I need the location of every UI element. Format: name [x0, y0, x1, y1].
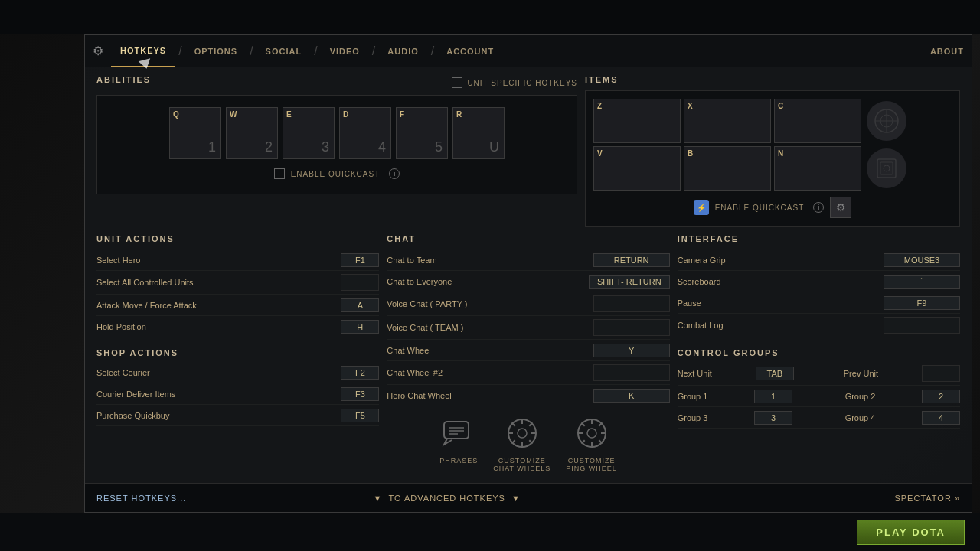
item-slot-z[interactable]: Z: [593, 99, 681, 143]
ability-slots: Q 1 W 2 E 3: [105, 107, 569, 159]
item-slot-c[interactable]: C: [774, 99, 861, 143]
bottom-section: UNIT ACTIONS Select Hero F1 Select All C…: [96, 234, 960, 472]
chat-column: CHAT Chat to Team RETURN Chat to Everyon…: [387, 234, 669, 472]
hotkey-key-chat-wheel-2[interactable]: [593, 364, 670, 381]
hotkey-key-chat-everyone[interactable]: SHIFT- RETURN: [589, 275, 670, 289]
hotkey-row-attack-move: Attack Move / Force Attack A: [96, 295, 379, 316]
svg-point-12: [518, 429, 527, 438]
hotkey-key-prev-unit[interactable]: [922, 365, 960, 382]
hotkey-key-chat-wheel[interactable]: Y: [593, 344, 670, 357]
hotkey-row-pause: Pause F9: [678, 292, 960, 314]
customize-chat-wheels-label: CUSTOMIZECHAT WHEELS: [493, 457, 550, 472]
nav-bar: ⚙ HOTKEYS / OPTIONS / SOCIAL / VIDEO / A…: [85, 35, 972, 67]
hotkey-key-hero-chat-wheel[interactable]: K: [593, 389, 670, 403]
items-title: ITEMS: [585, 75, 960, 84]
nav-item-options[interactable]: OPTIONS: [185, 35, 247, 67]
hotkey-key-group-1[interactable]: 1: [754, 390, 792, 403]
hotkey-row-chat-wheel: Chat Wheel Y: [387, 340, 669, 361]
nav-item-audio[interactable]: AUDIO: [378, 35, 427, 67]
hotkey-key-camera-grip[interactable]: MOUSE3: [884, 253, 960, 267]
ability-slot-w[interactable]: W 2: [226, 107, 278, 159]
hotkey-key-select-all[interactable]: [341, 274, 379, 291]
hotkey-row-scoreboard: Scoreboard `: [678, 271, 960, 292]
unit-specific-checkbox[interactable]: [452, 77, 462, 88]
shop-actions-title: SHOP ACTIONS: [96, 348, 379, 357]
hotkey-key-scoreboard[interactable]: `: [884, 275, 960, 289]
reset-hotkeys-button[interactable]: RESET HOTKEYS...: [96, 494, 186, 503]
hotkey-key-group-3[interactable]: 3: [754, 411, 792, 425]
nav-item-social[interactable]: SOCIAL: [256, 35, 312, 67]
abilities-title: ABILITIES: [96, 75, 151, 84]
item-slot-b[interactable]: B: [684, 146, 771, 191]
unit-actions-title: UNIT ACTIONS: [96, 234, 379, 243]
hotkey-key-next-unit[interactable]: TAB: [756, 367, 794, 380]
hotkey-key-select-courier[interactable]: F2: [341, 366, 379, 380]
control-group-row-1: Group 1 1 Group 2 2: [678, 386, 960, 407]
items-box: Z X C: [585, 90, 960, 227]
ability-slot-f[interactable]: F 5: [396, 107, 448, 159]
hotkey-key-group-2[interactable]: 2: [922, 390, 960, 403]
item-slot-icon-2: [864, 146, 952, 191]
ability-slot-r[interactable]: R U: [452, 107, 505, 159]
hotkey-row-hero-chat-wheel: Hero Chat Wheel K: [387, 385, 669, 406]
items-settings-button[interactable]: ⚙: [830, 197, 851, 218]
items-panel: ITEMS Z X C: [585, 75, 960, 227]
hotkey-key-hold-position[interactable]: H: [341, 320, 379, 334]
phrases-label: PHRASES: [439, 457, 478, 465]
interface-title: INTERFACE: [678, 234, 960, 243]
spectator-button[interactable]: SPECTATOR »: [894, 494, 960, 503]
item-slot-icon-1: [864, 99, 952, 143]
ability-slot-q[interactable]: Q 1: [169, 107, 221, 159]
ability-slot-d[interactable]: D 4: [339, 107, 391, 159]
item-slot-x[interactable]: X: [684, 99, 771, 143]
abilities-quickcast-info-icon: i: [389, 168, 400, 179]
item-icon-2: [867, 148, 906, 188]
customize-ping-wheel-button[interactable]: CUSTOMIZEPING WHEEL: [566, 414, 617, 472]
item-slot-n[interactable]: N: [774, 146, 861, 191]
hotkey-row-select-hero: Select Hero F1: [96, 249, 379, 271]
quickcast-lightning-icon: ⚡: [694, 200, 709, 215]
phrases-button[interactable]: PHRASES: [439, 414, 478, 472]
abilities-quickcast-checkbox[interactable]: [274, 168, 285, 179]
ability-slot-e[interactable]: E 3: [283, 107, 335, 159]
abilities-box: Q 1 W 2 E 3: [96, 95, 577, 194]
hotkey-key-voice-party[interactable]: [593, 295, 670, 312]
hotkey-key-voice-team[interactable]: [593, 319, 670, 336]
items-quickcast-row: ⚡ ENABLE QUICKCAST i ⚙: [593, 197, 952, 218]
hotkey-row-select-all: Select All Controlled Units: [96, 271, 379, 295]
items-quickcast-info-icon: i: [813, 202, 824, 213]
hotkey-key-pause[interactable]: F9: [884, 296, 960, 310]
hotkey-key-chat-team[interactable]: RETURN: [593, 253, 670, 267]
hotkey-row-select-courier: Select Courier F2: [96, 362, 379, 383]
items-row-1: Z X C: [593, 99, 952, 143]
unit-actions-column: UNIT ACTIONS Select Hero F1 Select All C…: [96, 234, 379, 472]
gear-icon: ⚙: [93, 44, 103, 58]
advanced-hotkeys-button[interactable]: ▼ TO ADVANCED HOTKEYS ▼: [374, 494, 521, 503]
hotkey-row-voice-team: Voice Chat ( TEAM ): [387, 316, 669, 340]
svg-rect-7: [444, 422, 469, 439]
hotkey-key-group-4[interactable]: 4: [922, 411, 960, 425]
customize-chat-icon: [503, 414, 541, 452]
items-row-2: V B N: [593, 146, 952, 191]
svg-point-6: [884, 165, 890, 171]
interface-column: INTERFACE Camera Grip MOUSE3 Scoreboard …: [678, 234, 960, 472]
item-slot-v[interactable]: V: [593, 146, 681, 191]
hotkey-row-camera-grip: Camera Grip MOUSE3: [678, 249, 960, 271]
customize-chat-wheels-button[interactable]: CUSTOMIZECHAT WHEELS: [493, 414, 550, 472]
abilities-quickcast-label: ENABLE QUICKCAST: [291, 170, 381, 178]
customize-ping-icon: [573, 414, 611, 452]
play-dota-button[interactable]: PLAY DOTA: [857, 520, 965, 545]
content-area: ABILITIES UNIT SPECIFIC HOTKEYS Q 1: [85, 67, 972, 480]
hotkey-row-purchase-quickbuy: Purchase Quickbuy F5: [96, 405, 379, 426]
control-groups-header: Next Unit TAB Prev Unit: [678, 362, 960, 386]
nav-about[interactable]: ABOUT: [930, 47, 964, 56]
nav-item-video[interactable]: VIDEO: [321, 35, 369, 67]
abilities-quickcast-row: ENABLE QUICKCAST i: [105, 168, 569, 179]
hotkey-key-combat-log[interactable]: [884, 317, 960, 334]
hotkey-key-attack-move[interactable]: A: [341, 298, 379, 312]
top-section: ABILITIES UNIT SPECIFIC HOTKEYS Q 1: [96, 75, 960, 227]
hotkey-key-select-hero[interactable]: F1: [341, 253, 379, 267]
hotkey-key-purchase-quickbuy[interactable]: F5: [341, 409, 379, 422]
hotkey-key-courier-deliver[interactable]: F3: [341, 387, 379, 401]
nav-item-account[interactable]: ACCOUNT: [437, 35, 503, 67]
